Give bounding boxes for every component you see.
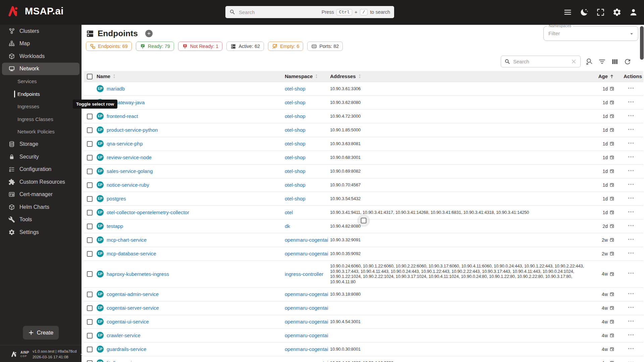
endpoint-name-link[interactable]: crawler-service	[107, 333, 141, 338]
namespace-link[interactable]: otel-shop	[285, 127, 306, 133]
endpoint-name-link[interactable]: review-service-node	[107, 155, 152, 160]
global-search-input[interactable]: Search Press Ctrl + / to search	[225, 6, 394, 18]
endpoint-name-link[interactable]: product-service-python	[107, 127, 158, 133]
account-icon[interactable]	[629, 8, 638, 17]
scrollbar-thumb[interactable]	[640, 26, 644, 60]
sidebar-item-map[interactable]: Map	[0, 38, 82, 50]
namespace-link[interactable]: openmaru-cogentai	[285, 319, 328, 324]
namespace-link[interactable]: openmaru-cogentai	[285, 251, 328, 256]
endpoint-name-link[interactable]: haproxy-kubernetes-ingress	[107, 271, 169, 277]
search-off-icon[interactable]	[585, 58, 593, 66]
row-checkbox[interactable]	[87, 347, 93, 352]
endpoint-name-link[interactable]: postgres	[107, 196, 126, 201]
sidebar-item-endpoints[interactable]: Endpoints	[0, 88, 82, 101]
row-actions-button[interactable]	[627, 181, 635, 188]
sidebar-item-services[interactable]: Services	[0, 75, 82, 88]
clear-search-icon[interactable]	[571, 58, 577, 65]
namespace-link[interactable]: otel-shop	[285, 86, 306, 92]
namespace-link[interactable]: otel-shop	[285, 196, 306, 201]
row-actions-button[interactable]	[627, 249, 635, 257]
endpoint-name-link[interactable]: testapp	[107, 223, 123, 229]
row-checkbox[interactable]	[87, 333, 93, 339]
endpoint-name-link[interactable]: mariadb	[107, 86, 125, 92]
sidebar-item-network-policies[interactable]: Network Policies	[0, 125, 82, 138]
endpoint-name-link[interactable]: cogentai-admin-service	[107, 291, 159, 297]
row-checkbox[interactable]	[87, 360, 93, 362]
namespace-link[interactable]: otel-shop	[285, 141, 306, 146]
endpoint-name-link[interactable]: frontend-react	[107, 113, 138, 119]
endpoint-name-link[interactable]: otel-collector-opentelemetry-collector	[107, 209, 189, 215]
namespace-link[interactable]: dk	[285, 223, 290, 229]
row-actions-button[interactable]	[627, 98, 635, 106]
row-actions-button[interactable]	[627, 331, 635, 339]
column-header-actions[interactable]: Actions	[624, 73, 642, 79]
namespace-link[interactable]: openmaru-cogentai	[285, 237, 328, 243]
row-actions-button[interactable]	[627, 290, 635, 297]
row-actions-button[interactable]	[627, 139, 635, 147]
row-actions-button[interactable]	[627, 345, 635, 352]
row-checkbox[interactable]	[87, 305, 93, 311]
namespace-link[interactable]: openmaru-cogentai	[285, 360, 328, 362]
table-search-input[interactable]: Search	[501, 56, 581, 67]
namespace-link[interactable]: otel-shop	[285, 113, 306, 119]
row-checkbox[interactable]	[361, 218, 367, 223]
endpoint-name-link[interactable]: guardrails-service	[107, 346, 146, 352]
row-actions-button[interactable]	[627, 304, 635, 311]
endpoint-name-link[interactable]: sales-service-golang	[107, 168, 153, 174]
row-checkbox[interactable]	[87, 210, 93, 216]
namespace-link[interactable]: openmaru-cogentai	[285, 305, 328, 311]
namespaces-filter[interactable]: Namespaces Filter	[543, 26, 638, 41]
column-header-namespace[interactable]: Namespace	[285, 73, 313, 79]
settings-gear-icon[interactable]	[612, 8, 622, 17]
row-actions-button[interactable]	[627, 236, 635, 243]
filter-icon[interactable]	[598, 58, 606, 66]
fullscreen-icon[interactable]	[596, 8, 605, 17]
select-all-checkbox[interactable]	[87, 74, 93, 79]
sidebar-item-cert-manager[interactable]: Cert-manager	[0, 188, 82, 201]
row-actions-button[interactable]	[627, 208, 635, 216]
app-logo[interactable]: MSAP.ai	[5, 5, 64, 17]
namespace-link[interactable]: openmaru-cogentai	[285, 333, 328, 338]
row-checkbox[interactable]	[87, 251, 93, 257]
row-checkbox[interactable]	[87, 127, 93, 133]
row-actions-button[interactable]	[627, 317, 635, 325]
row-checkbox[interactable]	[87, 182, 93, 188]
row-checkbox[interactable]	[87, 169, 93, 174]
columns-icon[interactable]	[611, 58, 619, 66]
column-header-addresses[interactable]: Addresses	[330, 73, 356, 79]
endpoint-name-link[interactable]: cogentai-ui-service	[107, 319, 149, 324]
menu-icon[interactable]	[563, 8, 572, 17]
row-checkbox[interactable]	[87, 155, 93, 161]
endpoint-name-link[interactable]: notice-service-ruby	[107, 182, 149, 188]
row-checkbox[interactable]	[87, 224, 93, 229]
sidebar-item-workloads[interactable]: Workloads	[0, 50, 82, 63]
row-actions-button[interactable]	[627, 269, 635, 277]
sidebar-item-custom-resources[interactable]: Custom Resources	[0, 176, 82, 188]
row-actions-button[interactable]	[627, 194, 635, 202]
row-checkbox[interactable]	[87, 114, 93, 119]
row-checkbox[interactable]	[87, 271, 93, 277]
dark-mode-icon[interactable]	[580, 8, 589, 17]
sidebar-item-tools[interactable]: Tools	[0, 214, 82, 226]
row-checkbox[interactable]	[87, 319, 93, 325]
namespace-link[interactable]: otel	[285, 209, 293, 215]
row-checkbox[interactable]	[87, 196, 93, 202]
row-actions-button[interactable]	[627, 153, 635, 161]
column-header-name[interactable]: Name	[97, 73, 110, 79]
endpoint-name-link[interactable]: cogentai-server-service	[107, 305, 159, 311]
endpoint-name-link[interactable]: litellm-service	[107, 360, 137, 362]
row-checkbox[interactable]	[87, 237, 93, 243]
endpoint-name-link[interactable]: qna-service-php	[107, 141, 143, 146]
sidebar-item-storage[interactable]: Storage	[0, 138, 82, 151]
sort-asc-icon[interactable]	[609, 74, 614, 79]
namespace-link[interactable]: otel-shop	[285, 168, 306, 174]
namespace-link[interactable]: ingress-controller	[285, 271, 323, 277]
add-endpoint-button[interactable]	[145, 30, 153, 37]
sidebar-item-settings[interactable]: Settings	[0, 226, 82, 239]
namespace-link[interactable]: openmaru-cogentai	[285, 291, 328, 297]
row-checkbox[interactable]	[87, 141, 93, 147]
sidebar-item-ingress-classes[interactable]: Ingress Classes	[0, 113, 82, 126]
sort-icon[interactable]	[357, 74, 362, 79]
namespace-link[interactable]: otel-shop	[285, 100, 306, 105]
sidebar-item-clusters[interactable]: Clusters	[0, 25, 82, 38]
